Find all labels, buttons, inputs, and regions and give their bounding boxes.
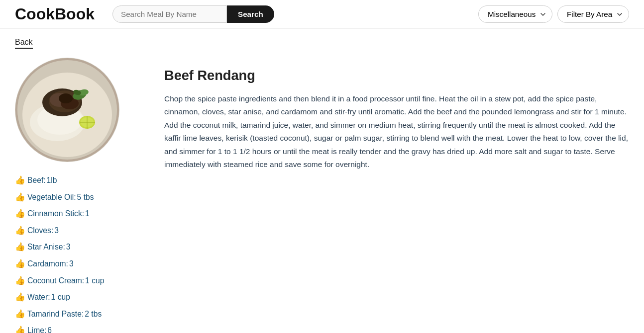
list-item: 👍Cinnamon Stick: 1 [15,205,144,222]
meal-image [15,58,119,162]
list-item: 👍Star Anise: 3 [15,239,144,255]
thumb-icon: 👍 [15,205,25,222]
header: CookBook Search Miscellaneous Beef Chick… [0,0,644,29]
right-column: Beef Rendang Chop the spice paste ingred… [164,58,629,333]
area-dropdown[interactable]: Filter By Area American British Malaysia… [557,5,629,23]
search-input[interactable] [112,5,227,23]
list-item: 👍Coconut Cream: 1 cup [15,272,144,289]
meal-title: Beef Rendang [164,68,629,83]
ingredient-list: 👍Beef: 1lb👍Vegetable Oil: 5 tbs👍Cinnamon… [15,172,144,333]
meal-instructions: Chop the spice paste ingredients and the… [164,92,629,171]
thumb-icon: 👍 [15,222,25,239]
main-content: 👍Beef: 1lb👍Vegetable Oil: 5 tbs👍Cinnamon… [0,53,644,333]
filter-group: Miscellaneous Beef Chicken Dessert Filte… [478,5,629,23]
category-dropdown[interactable]: Miscellaneous Beef Chicken Dessert [478,5,552,23]
thumb-icon: 👍 [15,189,25,206]
list-item: 👍Water: 1 cup [15,289,144,306]
thumb-icon: 👍 [15,255,25,272]
thumb-icon: 👍 [15,172,25,189]
list-item: 👍Cloves: 3 [15,222,144,239]
thumb-icon: 👍 [15,272,25,289]
list-item: 👍Cardamom: 3 [15,255,144,272]
thumb-icon: 👍 [15,306,25,323]
thumb-icon: 👍 [15,322,25,333]
list-item: 👍Vegetable Oil: 5 tbs [15,189,144,206]
list-item: 👍Lime: 6 [15,322,144,333]
app-logo: CookBook [15,5,95,23]
back-button[interactable]: Back [15,38,33,49]
search-button[interactable]: Search [227,5,274,23]
thumb-icon: 👍 [15,289,25,306]
list-item: 👍Beef: 1lb [15,172,144,189]
search-group: Search [112,5,274,23]
thumb-icon: 👍 [15,239,25,255]
left-column: 👍Beef: 1lb👍Vegetable Oil: 5 tbs👍Cinnamon… [15,58,144,333]
svg-point-9 [59,93,73,103]
list-item: 👍Tamarind Paste: 2 tbs [15,306,144,323]
